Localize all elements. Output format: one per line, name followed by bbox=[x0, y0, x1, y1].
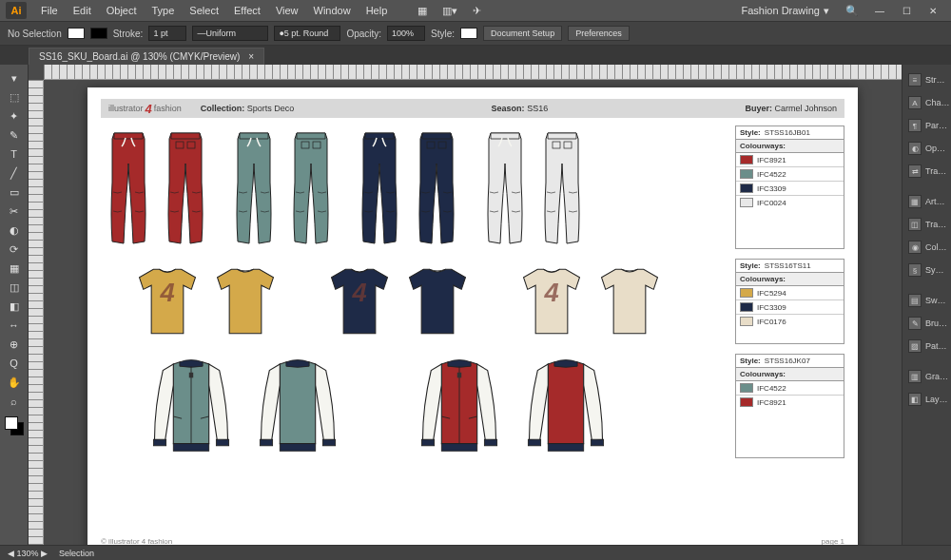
tool-11[interactable]: ◫ bbox=[3, 278, 26, 297]
svg-rect-18 bbox=[280, 444, 315, 452]
garment-tee[interactable]: 4 bbox=[129, 259, 283, 344]
panel-col[interactable]: ◉Col… bbox=[902, 236, 951, 259]
garment-tee[interactable]: 4 bbox=[514, 259, 668, 344]
panel-tra[interactable]: ⇄Tra… bbox=[902, 160, 951, 183]
svg-rect-15 bbox=[189, 373, 193, 378]
tool-1[interactable]: ⬚ bbox=[3, 87, 26, 106]
ruler-vertical[interactable] bbox=[29, 80, 44, 545]
panel-art[interactable]: ▦Art… bbox=[902, 190, 951, 213]
tool-7[interactable]: ✂ bbox=[3, 202, 26, 221]
tool-6[interactable]: ▭ bbox=[3, 183, 26, 202]
garment-jacket[interactable] bbox=[407, 354, 618, 458]
stroke-weight-field[interactable]: 1 pt bbox=[148, 26, 186, 41]
panel-icon: ≡ bbox=[908, 73, 922, 87]
style-swatch[interactable] bbox=[460, 28, 477, 39]
document-setup-button[interactable]: Document Setup bbox=[483, 26, 562, 41]
panel-icon: ◧ bbox=[908, 393, 922, 406]
panel-gra[interactable]: ▥Gra… bbox=[902, 365, 951, 388]
zoom-level[interactable]: ◀ 130% ▶ bbox=[8, 549, 48, 558]
tab-close-icon[interactable]: × bbox=[248, 51, 254, 62]
toolbox: ▾⬚✦✎T╱▭✂◐⟳▦◫◧↔⊕Q✋⌕ bbox=[0, 65, 29, 545]
menu-window[interactable]: Window bbox=[307, 3, 358, 18]
panel-op[interactable]: ◐Op… bbox=[902, 137, 951, 160]
brush-field[interactable]: ● 5 pt. Round bbox=[274, 26, 340, 41]
tool-13[interactable]: ↔ bbox=[3, 316, 26, 335]
fill-swatch[interactable] bbox=[68, 28, 85, 39]
panel-icon: A bbox=[908, 96, 922, 109]
garment-jacket[interactable] bbox=[139, 354, 350, 458]
menu-object[interactable]: Object bbox=[100, 3, 144, 18]
garment-pants[interactable] bbox=[101, 126, 213, 249]
panel-sw[interactable]: ▤Sw… bbox=[902, 289, 951, 312]
tool-5[interactable]: ╱ bbox=[3, 164, 26, 183]
tool-15[interactable]: Q bbox=[3, 354, 26, 373]
fill-stroke-swatch[interactable] bbox=[5, 416, 24, 435]
document-tab[interactable]: SS16_SKU_Board.ai @ 130% (CMYK/Preview) … bbox=[29, 48, 264, 65]
panel-str[interactable]: ≡Str… bbox=[902, 68, 951, 91]
panel-cha[interactable]: ACha… bbox=[902, 91, 951, 114]
panel-icon: ✎ bbox=[908, 317, 922, 330]
layout-icon[interactable]: ▦ bbox=[411, 3, 434, 19]
stroke-swatch[interactable] bbox=[90, 28, 107, 39]
panel-icon: § bbox=[908, 263, 922, 277]
artboard[interactable]: illustrator4fashion Collection: Sports D… bbox=[87, 87, 858, 545]
panel-icon: ▥ bbox=[908, 370, 922, 383]
garment-tee[interactable]: 4 bbox=[321, 259, 476, 344]
close-icon[interactable]: ✕ bbox=[921, 2, 945, 19]
menu-effect[interactable]: Effect bbox=[227, 3, 267, 18]
control-bar: No Selection Stroke: 1 pt — Uniform ● 5 … bbox=[0, 21, 951, 46]
tool-8[interactable]: ◐ bbox=[3, 221, 26, 240]
preferences-button[interactable]: Preferences bbox=[568, 26, 630, 41]
stroke-profile-field[interactable]: — Uniform bbox=[192, 26, 268, 41]
tool-16[interactable]: ✋ bbox=[3, 373, 26, 392]
style-info-tees: Style: STSS16TS11Colourways:IFC5294IFC33… bbox=[735, 259, 844, 344]
panel-icon: ▤ bbox=[908, 294, 922, 307]
app-logo-icon: Ai bbox=[6, 2, 27, 19]
svg-rect-13 bbox=[216, 439, 228, 446]
svg-rect-11 bbox=[173, 444, 208, 452]
arrange-icon[interactable]: ▥▾ bbox=[436, 3, 464, 19]
svg-rect-19 bbox=[260, 439, 272, 446]
svg-text:4: 4 bbox=[351, 278, 366, 307]
artboard-header: illustrator4fashion Collection: Sports D… bbox=[101, 99, 844, 118]
garment-pants[interactable] bbox=[352, 126, 464, 249]
panel-bru[interactable]: ✎Bru… bbox=[902, 312, 951, 335]
canvas-viewport[interactable]: illustrator4fashion Collection: Sports D… bbox=[44, 80, 902, 545]
status-mode: Selection bbox=[59, 549, 94, 558]
menu-help[interactable]: Help bbox=[359, 3, 395, 18]
tool-14[interactable]: ⊕ bbox=[3, 335, 26, 354]
panel-sy[interactable]: §Sy… bbox=[902, 259, 951, 281]
garment-pants[interactable] bbox=[477, 126, 590, 249]
panel-tra[interactable]: ◫Tra… bbox=[902, 213, 951, 236]
opacity-field[interactable]: 100% bbox=[387, 26, 425, 41]
menu-view[interactable]: View bbox=[269, 3, 305, 18]
garment-pants[interactable] bbox=[226, 126, 339, 249]
panel-par[interactable]: ¶Par… bbox=[902, 114, 951, 137]
panel-icon: ◫ bbox=[908, 218, 922, 231]
menu-type[interactable]: Type bbox=[146, 3, 182, 18]
panel-lay[interactable]: ◧Lay… bbox=[902, 388, 951, 411]
ruler-horizontal[interactable] bbox=[44, 65, 902, 80]
tool-17[interactable]: ⌕ bbox=[3, 392, 26, 411]
svg-text:4: 4 bbox=[159, 278, 174, 307]
tool-12[interactable]: ◧ bbox=[3, 297, 26, 316]
chevron-down-icon: ▾ bbox=[824, 5, 829, 17]
tool-9[interactable]: ⟳ bbox=[3, 240, 26, 259]
panel-icon: ▨ bbox=[908, 339, 922, 353]
search-icon[interactable]: 🔍 bbox=[839, 3, 865, 19]
menu-select[interactable]: Select bbox=[183, 3, 225, 18]
tool-10[interactable]: ▦ bbox=[3, 259, 26, 278]
maximize-icon[interactable]: ☐ bbox=[894, 2, 919, 19]
panel-pat[interactable]: ▨Pat… bbox=[902, 335, 951, 357]
stroke-label: Stroke: bbox=[113, 29, 144, 39]
tool-2[interactable]: ✦ bbox=[3, 106, 26, 126]
menu-file[interactable]: File bbox=[34, 3, 65, 18]
minimize-icon[interactable]: — bbox=[867, 2, 892, 19]
panel-icon: ◉ bbox=[908, 241, 922, 254]
tool-4[interactable]: T bbox=[3, 145, 26, 164]
workspace-switcher[interactable]: Fashion Drawing▾ bbox=[733, 3, 837, 19]
menu-edit[interactable]: Edit bbox=[67, 3, 98, 18]
send-icon[interactable]: ✈ bbox=[466, 3, 488, 19]
tool-0[interactable]: ▾ bbox=[3, 68, 26, 87]
tool-3[interactable]: ✎ bbox=[3, 126, 26, 145]
